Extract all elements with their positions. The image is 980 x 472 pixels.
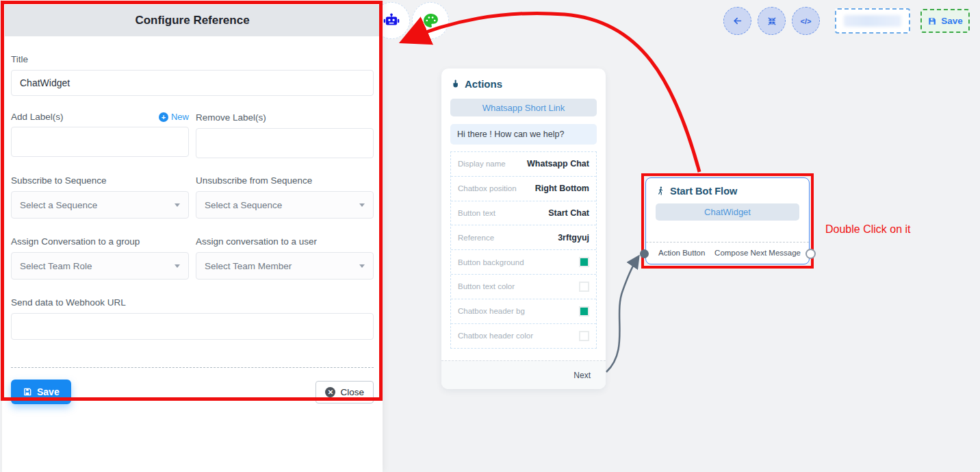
blurred-text [844, 15, 901, 27]
subscribe-sequence-label: Subscribe to Sequence [11, 175, 189, 186]
color-swatch [579, 282, 589, 292]
property-label: Chatbox header bg [458, 307, 525, 315]
whatsapp-short-link-button[interactable]: Whatsapp Short Link [450, 99, 597, 116]
tap-hand-icon [450, 79, 461, 89]
subscribe-sequence-select[interactable]: Select a Sequence [11, 191, 189, 219]
footer-separator [11, 367, 374, 368]
webhook-url-input[interactable] [11, 313, 374, 340]
fit-view-button[interactable] [758, 7, 786, 35]
property-row: Chatbox positionRight Bottom [451, 177, 596, 201]
title-label: Title [11, 54, 374, 64]
title-input[interactable] [11, 70, 374, 96]
color-swatch [579, 257, 589, 267]
property-label: Button text [458, 209, 495, 217]
property-label: Button background [458, 258, 524, 266]
flow-name-input[interactable] [835, 8, 910, 34]
actions-title: Actions [465, 78, 502, 90]
webhook-url-label: Send data to Webhook URL [11, 297, 374, 308]
chevron-down-icon [175, 203, 180, 207]
actions-card: Actions Whatsapp Short Link Hi there ! H… [441, 69, 606, 389]
unsubscribe-sequence-label: Unsubscribe from Sequence [196, 175, 374, 186]
property-label: Chatbox position [458, 184, 517, 192]
remove-labels-input[interactable] [196, 128, 374, 158]
actions-properties: Display nameWhatsapp ChatChatbox positio… [450, 151, 597, 349]
close-icon: ✕ [325, 387, 335, 397]
color-swatch [579, 306, 589, 316]
new-label-link[interactable]: + New [159, 112, 189, 122]
add-labels-label: Add Label(s) [11, 112, 64, 122]
node-title: Start Bot Flow [670, 186, 737, 197]
property-row: Chatbox header bg [451, 299, 596, 324]
chevron-down-icon [359, 203, 365, 207]
property-label: Reference [458, 234, 494, 242]
start-bot-flow-node-wrap: Start Bot Flow ChatWidget Action Button … [641, 173, 814, 269]
flow-connector-line [606, 258, 638, 372]
palette-icon [422, 12, 439, 29]
double-click-annotation: Double Click on it [825, 223, 911, 236]
greeting-message: Hi there ! How can we help? [450, 124, 597, 145]
chevron-down-icon [359, 264, 365, 268]
arrow-left-icon [732, 15, 743, 27]
compose-next-message-port-label: Compose Next Message [714, 249, 801, 257]
start-bot-flow-node[interactable]: Start Bot Flow ChatWidget Action Button … [645, 177, 810, 264]
property-value: 3rftgyuj [558, 233, 589, 243]
property-row: Button background [451, 250, 596, 275]
property-row: Chatbox header color [451, 324, 596, 349]
unsubscribe-sequence-select[interactable]: Select a Sequence [196, 191, 374, 219]
close-button[interactable]: ✕ Close [315, 381, 374, 403]
assign-user-label: Assign conversation to a user [196, 236, 374, 247]
color-swatch [579, 331, 589, 341]
property-value: Start Chat [548, 208, 589, 218]
property-value: Right Bottom [535, 184, 589, 193]
action-button-port-label: Action Button [654, 249, 705, 257]
next-label: Next [573, 371, 591, 380]
property-row: Button text color [451, 275, 596, 299]
embed-code-button[interactable]: </> [792, 7, 820, 35]
property-row: Display nameWhatsapp Chat [451, 152, 596, 177]
chatwidget-button[interactable]: ChatWidget [656, 203, 799, 221]
toolbar-save-button[interactable]: Save [920, 9, 970, 33]
save-button[interactable]: Save [11, 380, 71, 404]
back-button[interactable] [723, 7, 751, 35]
add-labels-input[interactable] [11, 127, 189, 157]
compose-next-message-output-port[interactable] [805, 249, 816, 259]
chevron-down-icon [175, 264, 180, 268]
remove-labels-label: Remove Label(s) [196, 112, 266, 123]
theme-button[interactable] [412, 2, 449, 39]
assign-group-label: Assign Conversation to a group [11, 236, 189, 247]
walking-person-icon [656, 186, 666, 197]
assign-user-select[interactable]: Select Team Member [196, 252, 374, 280]
property-label: Button text color [458, 282, 515, 290]
code-icon: </> [801, 17, 812, 25]
configure-reference-panel: Configure Reference Title Add Label(s) +… [2, 0, 383, 472]
save-icon [23, 387, 32, 397]
plus-icon: + [159, 112, 168, 122]
panel-title: Configure Reference [5, 5, 380, 36]
property-row: Button textStart Chat [451, 201, 596, 226]
assign-group-select[interactable]: Select Team Role [11, 252, 189, 280]
save-icon [927, 16, 937, 26]
action-button-input-port[interactable] [640, 249, 649, 258]
property-row: Reference3rftgyuj [451, 225, 596, 250]
robot-icon [383, 12, 400, 29]
property-label: Chatbox header color [458, 332, 533, 340]
property-label: Display name [458, 160, 506, 168]
property-value: Whatsapp Chat [527, 159, 589, 169]
compress-icon [766, 16, 777, 27]
